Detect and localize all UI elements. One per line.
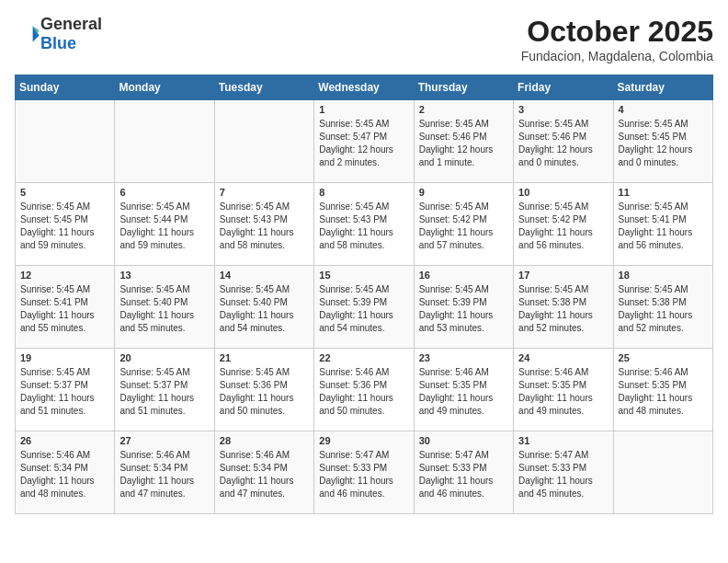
calendar-cell: 19Sunrise: 5:45 AM Sunset: 5:37 PM Dayli… [16,349,115,431]
day-info: Sunrise: 5:45 AM Sunset: 5:47 PM Dayligh… [319,118,408,169]
day-info: Sunrise: 5:46 AM Sunset: 5:35 PM Dayligh… [518,366,608,418]
day-number: 29 [319,435,408,446]
header-day-thursday: Thursday [414,75,513,100]
calendar-cell: 9Sunrise: 5:45 AM Sunset: 5:42 PM Daylig… [414,183,513,266]
day-number: 14 [220,270,309,281]
calendar-cell [115,100,214,183]
day-number: 3 [518,104,608,115]
calendar-cell: 7Sunrise: 5:45 AM Sunset: 5:43 PM Daylig… [214,183,313,266]
calendar-cell: 31Sunrise: 5:47 AM Sunset: 5:33 PM Dayli… [514,431,613,514]
day-info: Sunrise: 5:46 AM Sunset: 5:34 PM Dayligh… [119,449,209,500]
day-number: 19 [20,352,109,363]
title-block: October 2025 Fundacion, Magdalena, Colom… [521,15,713,63]
calendar-cell: 5Sunrise: 5:45 AM Sunset: 5:45 PM Daylig… [16,183,115,266]
calendar-week-1: 1Sunrise: 5:45 AM Sunset: 5:47 PM Daylig… [16,100,713,183]
header-row: SundayMondayTuesdayWednesdayThursdayFrid… [16,75,713,100]
calendar-cell: 24Sunrise: 5:46 AM Sunset: 5:35 PM Dayli… [514,349,613,431]
day-info: Sunrise: 5:46 AM Sunset: 5:35 PM Dayligh… [619,366,708,418]
calendar-cell: 10Sunrise: 5:45 AM Sunset: 5:42 PM Dayli… [514,183,613,266]
calendar-cell: 28Sunrise: 5:46 AM Sunset: 5:34 PM Dayli… [214,431,313,514]
day-number: 7 [220,187,309,198]
day-number: 27 [119,435,209,446]
day-number: 25 [619,352,708,363]
day-info: Sunrise: 5:46 AM Sunset: 5:34 PM Dayligh… [220,449,309,500]
day-info: Sunrise: 5:46 AM Sunset: 5:35 PM Dayligh… [419,366,508,418]
calendar-header: SundayMondayTuesdayWednesdayThursdayFrid… [16,75,713,100]
calendar-cell: 6Sunrise: 5:45 AM Sunset: 5:44 PM Daylig… [115,183,214,266]
calendar-cell: 13Sunrise: 5:45 AM Sunset: 5:40 PM Dayli… [115,266,214,349]
header-day-monday: Monday [115,75,214,100]
day-number: 22 [319,352,408,363]
day-info: Sunrise: 5:45 AM Sunset: 5:44 PM Dayligh… [119,201,209,252]
day-info: Sunrise: 5:46 AM Sunset: 5:34 PM Dayligh… [20,449,109,500]
calendar-subtitle: Fundacion, Magdalena, Colombia [521,49,713,63]
day-number: 5 [20,187,109,198]
calendar-cell: 1Sunrise: 5:45 AM Sunset: 5:47 PM Daylig… [314,100,414,183]
calendar-week-5: 26Sunrise: 5:46 AM Sunset: 5:34 PM Dayli… [16,431,713,514]
day-number: 8 [319,187,408,198]
calendar-cell: 3Sunrise: 5:45 AM Sunset: 5:46 PM Daylig… [514,100,613,183]
calendar-cell: 21Sunrise: 5:45 AM Sunset: 5:36 PM Dayli… [214,349,313,431]
day-number: 24 [518,352,608,363]
day-info: Sunrise: 5:45 AM Sunset: 5:46 PM Dayligh… [419,118,508,169]
day-number: 17 [518,270,608,281]
day-info: Sunrise: 5:45 AM Sunset: 5:43 PM Dayligh… [220,201,309,252]
calendar-table: SundayMondayTuesdayWednesdayThursdayFrid… [15,75,713,514]
day-info: Sunrise: 5:45 AM Sunset: 5:45 PM Dayligh… [619,118,708,169]
day-number: 4 [619,104,708,115]
day-info: Sunrise: 5:45 AM Sunset: 5:46 PM Dayligh… [518,118,608,169]
calendar-cell: 18Sunrise: 5:45 AM Sunset: 5:38 PM Dayli… [613,266,712,349]
day-number: 28 [220,435,309,446]
calendar-cell: 17Sunrise: 5:45 AM Sunset: 5:38 PM Dayli… [514,266,613,349]
logo: General Blue [15,15,102,53]
day-number: 1 [319,104,408,115]
calendar-cell: 16Sunrise: 5:45 AM Sunset: 5:39 PM Dayli… [414,266,513,349]
day-number: 6 [119,187,209,198]
calendar-week-2: 5Sunrise: 5:45 AM Sunset: 5:45 PM Daylig… [16,183,713,266]
day-number: 11 [619,187,708,198]
day-info: Sunrise: 5:45 AM Sunset: 5:38 PM Dayligh… [619,283,708,335]
day-number: 15 [319,270,408,281]
day-info: Sunrise: 5:47 AM Sunset: 5:33 PM Dayligh… [419,449,508,500]
day-number: 30 [419,435,508,446]
calendar-cell: 29Sunrise: 5:47 AM Sunset: 5:33 PM Dayli… [314,431,414,514]
logo-general: General [40,15,102,33]
calendar-week-4: 19Sunrise: 5:45 AM Sunset: 5:37 PM Dayli… [16,349,713,431]
logo-blue: Blue [40,34,76,52]
header-day-friday: Friday [514,75,613,100]
day-info: Sunrise: 5:45 AM Sunset: 5:41 PM Dayligh… [619,201,708,252]
day-number: 12 [20,270,109,281]
day-number: 31 [518,435,608,446]
calendar-cell: 12Sunrise: 5:45 AM Sunset: 5:41 PM Dayli… [16,266,115,349]
header-day-sunday: Sunday [16,75,115,100]
calendar-cell: 25Sunrise: 5:46 AM Sunset: 5:35 PM Dayli… [613,349,712,431]
calendar-cell: 30Sunrise: 5:47 AM Sunset: 5:33 PM Dayli… [414,431,513,514]
calendar-cell: 4Sunrise: 5:45 AM Sunset: 5:45 PM Daylig… [613,100,712,183]
day-number: 10 [518,187,608,198]
day-number: 20 [119,352,209,363]
calendar-cell: 27Sunrise: 5:46 AM Sunset: 5:34 PM Dayli… [115,431,214,514]
day-number: 2 [419,104,508,115]
calendar-week-3: 12Sunrise: 5:45 AM Sunset: 5:41 PM Dayli… [16,266,713,349]
day-info: Sunrise: 5:45 AM Sunset: 5:40 PM Dayligh… [119,283,209,335]
day-number: 18 [619,270,708,281]
day-info: Sunrise: 5:46 AM Sunset: 5:36 PM Dayligh… [319,366,408,418]
day-info: Sunrise: 5:47 AM Sunset: 5:33 PM Dayligh… [518,449,608,500]
calendar-cell: 15Sunrise: 5:45 AM Sunset: 5:39 PM Dayli… [314,266,414,349]
calendar-cell: 22Sunrise: 5:46 AM Sunset: 5:36 PM Dayli… [314,349,414,431]
day-number: 9 [419,187,508,198]
calendar-cell: 14Sunrise: 5:45 AM Sunset: 5:40 PM Dayli… [214,266,313,349]
logo-icon [15,21,40,47]
calendar-cell: 20Sunrise: 5:45 AM Sunset: 5:37 PM Dayli… [115,349,214,431]
header-day-tuesday: Tuesday [214,75,313,100]
day-number: 13 [119,270,209,281]
calendar-cell: 23Sunrise: 5:46 AM Sunset: 5:35 PM Dayli… [414,349,513,431]
day-info: Sunrise: 5:45 AM Sunset: 5:42 PM Dayligh… [419,201,508,252]
day-info: Sunrise: 5:45 AM Sunset: 5:45 PM Dayligh… [20,201,109,252]
day-info: Sunrise: 5:45 AM Sunset: 5:37 PM Dayligh… [20,366,109,418]
day-number: 26 [20,435,109,446]
day-info: Sunrise: 5:45 AM Sunset: 5:36 PM Dayligh… [220,366,309,418]
calendar-title: October 2025 [521,15,713,49]
day-number: 21 [220,352,309,363]
calendar-body: 1Sunrise: 5:45 AM Sunset: 5:47 PM Daylig… [16,100,713,514]
